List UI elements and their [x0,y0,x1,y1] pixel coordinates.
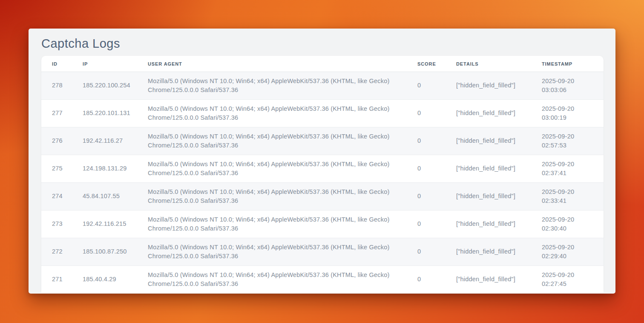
table-body: 278185.220.100.254Mozilla/5.0 (Windows N… [41,72,604,294]
cell-score: 0 [417,183,456,211]
cell-ip: 185.100.87.250 [83,238,148,266]
page-title: Captcha Logs [41,35,603,53]
cell-timestamp: 2025-09-20 02:27:45 [542,266,604,294]
column-header-id: ID [41,56,83,72]
cell-score: 0 [417,211,456,238]
cell-user-agent: Mozilla/5.0 (Windows NT 10.0; Win64; x64… [148,155,417,183]
cell-details: ["hidden_field_filled"] [456,100,542,127]
cell-user-agent: Mozilla/5.0 (Windows NT 10.0; Win64; x64… [148,238,417,266]
cell-ip: 124.198.131.29 [83,155,148,183]
cell-user-agent: Mozilla/5.0 (Windows NT 10.0; Win64; x64… [148,211,417,238]
column-header-timestamp: TIMESTAMP [542,56,604,72]
table-row: 276192.42.116.27Mozilla/5.0 (Windows NT … [41,127,604,155]
column-header-details: DETAILS [456,56,542,72]
cell-ip: 192.42.116.27 [83,127,148,155]
cell-id: 274 [41,183,83,211]
cell-user-agent: Mozilla/5.0 (Windows NT 10.0; Win64; x64… [148,266,417,294]
page-background: { "page": { "title": "Captcha Logs" }, "… [0,0,644,323]
cell-ip: 45.84.107.55 [83,183,148,211]
table-header: ID IP USER AGENT SCORE DETAILS TIMESTAMP [41,56,604,72]
cell-details: ["hidden_field_filled"] [456,238,542,266]
cell-user-agent: Mozilla/5.0 (Windows NT 10.0; Win64; x64… [148,100,417,127]
cell-ip: 192.42.116.215 [83,211,148,238]
table-row: 277185.220.101.131Mozilla/5.0 (Windows N… [41,100,604,127]
cell-ip: 185.40.4.29 [83,266,148,294]
table-row: 273192.42.116.215Mozilla/5.0 (Windows NT… [41,211,604,238]
cell-timestamp: 2025-09-20 02:33:41 [542,183,604,211]
cell-id: 271 [41,266,83,294]
cell-details: ["hidden_field_filled"] [456,155,542,183]
cell-timestamp: 2025-09-20 02:57:53 [542,127,604,155]
cell-timestamp: 2025-09-20 02:30:40 [542,211,604,238]
table-row: 271185.40.4.29Mozilla/5.0 (Windows NT 10… [41,266,604,294]
cell-timestamp: 2025-09-20 03:03:06 [542,72,604,100]
cell-id: 273 [41,211,83,238]
column-header-user-agent: USER AGENT [148,56,417,72]
column-header-ip: IP [83,56,148,72]
cell-score: 0 [417,238,456,266]
column-header-score: SCORE [417,56,456,72]
cell-score: 0 [417,155,456,183]
cell-details: ["hidden_field_filled"] [456,72,542,100]
cell-id: 275 [41,155,83,183]
cell-score: 0 [417,127,456,155]
cell-details: ["hidden_field_filled"] [456,266,542,294]
cell-timestamp: 2025-09-20 02:37:41 [542,155,604,183]
captcha-logs-card: Captcha Logs ID IP USER AGENT SCORE DETA… [29,29,615,294]
cell-id: 272 [41,238,83,266]
logs-table-container: ID IP USER AGENT SCORE DETAILS TIMESTAMP… [41,56,604,294]
logs-table: ID IP USER AGENT SCORE DETAILS TIMESTAMP… [41,56,604,294]
table-row: 272185.100.87.250Mozilla/5.0 (Windows NT… [41,238,604,266]
cell-score: 0 [417,72,456,100]
cell-details: ["hidden_field_filled"] [456,127,542,155]
cell-score: 0 [417,100,456,127]
cell-id: 278 [41,72,83,100]
cell-user-agent: Mozilla/5.0 (Windows NT 10.0; Win64; x64… [148,72,417,100]
table-row: 275124.198.131.29Mozilla/5.0 (Windows NT… [41,155,604,183]
cell-score: 0 [417,266,456,294]
table-row: 27445.84.107.55Mozilla/5.0 (Windows NT 1… [41,183,604,211]
cell-details: ["hidden_field_filled"] [456,183,542,211]
cell-ip: 185.220.101.131 [83,100,148,127]
cell-id: 277 [41,100,83,127]
table-header-row: ID IP USER AGENT SCORE DETAILS TIMESTAMP [41,56,604,72]
cell-timestamp: 2025-09-20 03:00:19 [542,100,604,127]
cell-ip: 185.220.100.254 [83,72,148,100]
cell-user-agent: Mozilla/5.0 (Windows NT 10.0; Win64; x64… [148,183,417,211]
cell-timestamp: 2025-09-20 02:29:40 [542,238,604,266]
cell-details: ["hidden_field_filled"] [456,211,542,238]
cell-id: 276 [41,127,83,155]
table-row: 278185.220.100.254Mozilla/5.0 (Windows N… [41,72,604,100]
cell-user-agent: Mozilla/5.0 (Windows NT 10.0; Win64; x64… [148,127,417,155]
